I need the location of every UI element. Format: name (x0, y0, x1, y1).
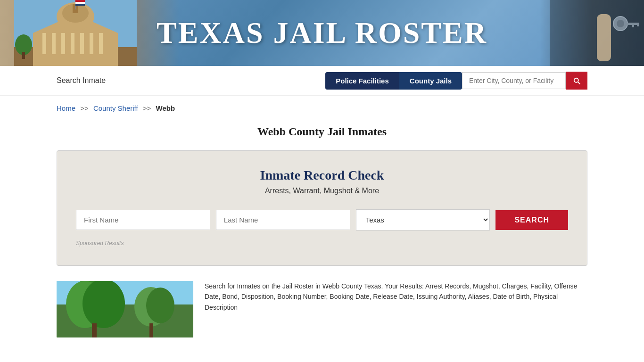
svg-rect-7 (80, 31, 84, 54)
svg-rect-16 (75, 2, 85, 4)
county-jails-button[interactable]: County Jails (399, 72, 462, 90)
breadcrumb-sep1: >> (80, 104, 89, 112)
svg-rect-3 (42, 31, 46, 54)
breadcrumb-home[interactable]: Home (57, 104, 75, 112)
breadcrumb-current: Webb (156, 104, 175, 112)
keys-background (540, 0, 644, 66)
facility-search-button[interactable] (566, 72, 587, 90)
search-inmate-label: Search Inmate (57, 76, 106, 85)
svg-point-31 (83, 281, 125, 328)
header-banner: Texas Jail Roster (0, 0, 644, 66)
first-name-input[interactable] (76, 210, 210, 230)
svg-rect-21 (597, 14, 611, 61)
bottom-description: Search for Inmates on the Jail Roster in… (205, 281, 587, 313)
navbar: Search Inmate Police Facilities County J… (0, 66, 644, 96)
svg-rect-8 (90, 31, 93, 54)
police-facilities-button[interactable]: Police Facilities (325, 72, 399, 90)
thumbnail-image (57, 281, 193, 337)
last-name-input[interactable] (216, 210, 350, 230)
bottom-content: Search for Inmates on the Jail Roster in… (0, 273, 644, 345)
capitol-dome-icon (14, 0, 137, 66)
svg-rect-5 (61, 31, 65, 54)
breadcrumb-sep2: >> (143, 104, 151, 112)
svg-rect-26 (637, 23, 639, 26)
sponsored-label: Sponsored Results (76, 240, 568, 247)
svg-rect-6 (71, 31, 74, 54)
site-title: Texas Jail Roster (157, 16, 487, 50)
search-icon (572, 76, 581, 85)
svg-point-34 (146, 288, 174, 323)
svg-rect-19 (22, 52, 25, 59)
state-select[interactable]: Alabama Alaska Arizona Arkansas Californ… (356, 209, 490, 230)
record-check-heading: Inmate Record Check (76, 168, 568, 183)
facility-search-input[interactable] (462, 72, 566, 89)
svg-rect-9 (99, 31, 103, 54)
navbar-right: Police Facilities County Jails (325, 72, 587, 90)
svg-rect-32 (92, 323, 97, 337)
page-title: Webb County Jail Inmates (0, 117, 644, 143)
tree-image (57, 281, 193, 337)
svg-rect-17 (75, 4, 85, 6)
breadcrumb-county-sheriff[interactable]: County Sheriff (93, 104, 138, 112)
svg-point-23 (617, 20, 624, 27)
svg-rect-4 (52, 31, 56, 54)
record-check-form: Alabama Alaska Arizona Arkansas Californ… (76, 209, 568, 230)
record-check-box: Inmate Record Check Arrests, Warrant, Mu… (57, 150, 587, 266)
breadcrumb: Home >> County Sheriff >> Webb (0, 96, 644, 117)
record-search-button[interactable]: SEARCH (495, 210, 568, 230)
svg-rect-25 (632, 23, 634, 27)
record-check-subheading: Arrests, Warrant, Mugshot & More (76, 187, 568, 195)
svg-rect-35 (149, 323, 153, 337)
